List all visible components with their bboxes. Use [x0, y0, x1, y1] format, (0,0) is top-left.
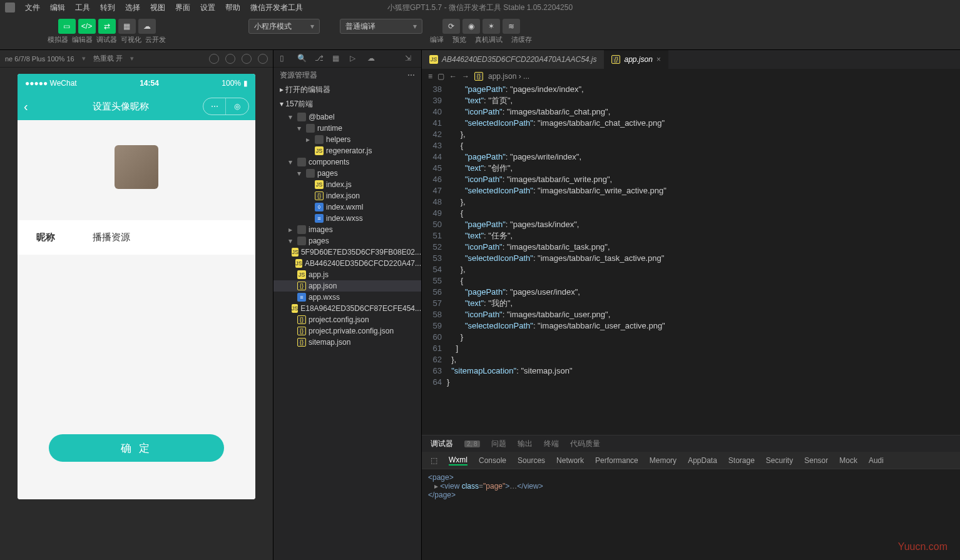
preview-button[interactable]: ◉: [462, 19, 480, 34]
files-icon[interactable]: ▯: [280, 54, 290, 64]
cloud-icon[interactable]: ☁: [367, 54, 377, 64]
tab-terminal[interactable]: 终端: [544, 439, 559, 449]
refresh-icon[interactable]: [209, 54, 219, 64]
simulator-toggle[interactable]: ▭: [58, 19, 76, 34]
popout-icon[interactable]: [258, 54, 268, 64]
editor-toggle[interactable]: </>: [78, 19, 96, 34]
menu-转到[interactable]: 转到: [95, 3, 120, 12]
search-icon[interactable]: 🔍: [297, 54, 307, 64]
inspect-icon[interactable]: ⬚: [431, 456, 437, 465]
project-root[interactable]: ▾ 157前端: [273, 97, 421, 111]
tree-@babel[interactable]: ▾@babel: [273, 111, 421, 123]
open-editors-section[interactable]: ▸ 打开的编辑器: [273, 83, 421, 97]
tree-project.config.json[interactable]: {}project.config.json: [273, 314, 421, 325]
tree-app.js[interactable]: JSapp.js: [273, 269, 421, 280]
mode-select[interactable]: 小程序模式▾: [248, 19, 320, 34]
capsule-close[interactable]: ◎: [226, 98, 248, 115]
close-tab-icon[interactable]: ×: [656, 55, 661, 64]
tab-output[interactable]: 输出: [518, 439, 533, 449]
menu-编辑[interactable]: 编辑: [45, 3, 70, 12]
device-select[interactable]: ne 6/7/8 Plus 100% 16: [5, 55, 74, 63]
tab-memory[interactable]: Memory: [650, 456, 677, 465]
hotreload-label[interactable]: 热重载 开: [93, 54, 123, 63]
tree-helpers[interactable]: ▸helpers: [273, 134, 421, 145]
ext-icon[interactable]: ▦: [332, 54, 342, 64]
tree-app.wxss[interactable]: ≡app.wxss: [273, 292, 421, 303]
code-editor[interactable]: "pagePath": "pages/index/index", "text":…: [447, 84, 960, 435]
more-icon[interactable]: ⇲: [405, 54, 415, 64]
menu-界面[interactable]: 界面: [170, 3, 195, 12]
menu-选择[interactable]: 选择: [120, 3, 145, 12]
tree-index.wxss[interactable]: ≡index.wxss: [273, 213, 421, 224]
device-icon[interactable]: [242, 54, 252, 64]
status-time: 14:54: [77, 79, 222, 88]
nickname-value[interactable]: 播播资源: [93, 232, 130, 243]
tree-pages[interactable]: ▾pages: [273, 235, 421, 247]
tab-wxml[interactable]: Wxml: [449, 456, 467, 466]
menu-文件[interactable]: 文件: [20, 3, 45, 12]
tree-components[interactable]: ▾components: [273, 156, 421, 168]
tab-sources[interactable]: Sources: [518, 456, 545, 465]
tab-debugger[interactable]: 调试器: [431, 439, 453, 449]
tree-regenerator.js[interactable]: JSregenerator.js: [273, 145, 421, 156]
tree-AB446240ED35D6CFCD220A47...[interactable]: JSAB446240ED35D6CFCD220A47...: [273, 258, 421, 269]
status-carrier: ●●●●● WeChat: [25, 79, 77, 88]
record-icon[interactable]: [225, 54, 235, 64]
toolbar: ▭ </> ⇄ ▦ ☁ 模拟器 编辑器 调试器 可视化 云开发 小程序模式▾ 普…: [0, 15, 960, 50]
tree-images[interactable]: ▸images: [273, 224, 421, 235]
breadcrumb[interactable]: app.json › ...: [488, 72, 529, 81]
menu-bar: 文件编辑工具转到选择视图界面设置帮助微信开发者工具 小狐狸GPT1.5.7 - …: [0, 0, 960, 15]
tab-codequality[interactable]: 代码质量: [570, 439, 600, 449]
nav-back-icon[interactable]: ←: [449, 72, 457, 81]
tab-sensor[interactable]: Sensor: [804, 456, 828, 465]
menu-视图[interactable]: 视图: [145, 3, 170, 12]
cloud-toggle[interactable]: ☁: [138, 19, 156, 34]
tab-storage[interactable]: Storage: [728, 456, 755, 465]
toggle-icon[interactable]: ≡: [428, 72, 432, 81]
tab-problems[interactable]: 问题: [491, 439, 506, 449]
phone-frame: ●●●●● WeChat 14:54 100% ▮ ‹ 设置头像昵称 ⋯ ◎: [18, 74, 255, 499]
editor-tab-js[interactable]: JS AB446240ED35D6CFCD220A470A1AAC54.js: [422, 50, 604, 69]
tab-security[interactable]: Security: [766, 456, 793, 465]
menu-微信开发者工具[interactable]: 微信开发者工具: [245, 3, 308, 12]
tab-mock[interactable]: Mock: [839, 456, 857, 465]
visualize-toggle[interactable]: ▦: [118, 19, 136, 34]
menu-工具[interactable]: 工具: [70, 3, 95, 12]
debugger-toggle[interactable]: ⇄: [98, 19, 116, 34]
explorer-title: 资源管理器: [280, 70, 317, 81]
tab-audits[interactable]: Audi: [869, 456, 884, 465]
tree-sitemap.json[interactable]: {}sitemap.json: [273, 337, 421, 348]
tree-index.json[interactable]: {}index.json: [273, 190, 421, 201]
debug-icon[interactable]: ▷: [350, 54, 360, 64]
avatar-image[interactable]: [115, 145, 158, 189]
menu-帮助[interactable]: 帮助: [220, 3, 245, 12]
tree-index.js[interactable]: JSindex.js: [273, 179, 421, 190]
confirm-button[interactable]: 确 定: [49, 434, 224, 462]
tree-project.private.config.json[interactable]: {}project.private.config.json: [273, 325, 421, 337]
bookmark-icon[interactable]: ▢: [437, 72, 444, 81]
tree-5F9D60E7ED35D6CF39FB08E02...[interactable]: JS5F9D60E7ED35D6CF39FB08E02...: [273, 247, 421, 258]
tree-E18A9642ED35D6CF87ECFE454...[interactable]: JSE18A9642ED35D6CF87ECFE454...: [273, 303, 421, 314]
tree-index.wxml[interactable]: ◊index.wxml: [273, 201, 421, 213]
wxml-tree[interactable]: <page> ▸ <view class="page">…</view> </p…: [422, 469, 960, 560]
tab-performance[interactable]: Performance: [595, 456, 638, 465]
menu-设置[interactable]: 设置: [195, 3, 220, 12]
tab-console[interactable]: Console: [479, 456, 506, 465]
tree-runtime[interactable]: ▾runtime: [273, 123, 421, 134]
page-title: 设置头像昵称: [39, 101, 203, 113]
nav-fwd-icon[interactable]: →: [462, 72, 469, 81]
git-icon[interactable]: ⎇: [315, 54, 325, 64]
tab-network[interactable]: Network: [556, 456, 584, 465]
tab-appdata[interactable]: AppData: [688, 456, 717, 465]
remote-debug-button[interactable]: ✶: [483, 19, 500, 34]
clear-cache-button[interactable]: ≋: [503, 19, 520, 34]
compile-button[interactable]: ⟳: [442, 19, 460, 34]
editor-panel: JS AB446240ED35D6CFCD220A470A1AAC54.js {…: [422, 50, 960, 560]
tree-app.json[interactable]: {}app.json: [273, 280, 421, 292]
back-button[interactable]: ‹: [24, 99, 39, 114]
capsule-menu[interactable]: ⋯: [203, 98, 226, 115]
tree-pages[interactable]: ▾pages: [273, 168, 421, 179]
editor-tab-appjson[interactable]: {} app.json ×: [604, 50, 668, 69]
explorer-more[interactable]: ⋯: [407, 71, 415, 79]
compile-select[interactable]: 普通编译▾: [340, 19, 422, 34]
